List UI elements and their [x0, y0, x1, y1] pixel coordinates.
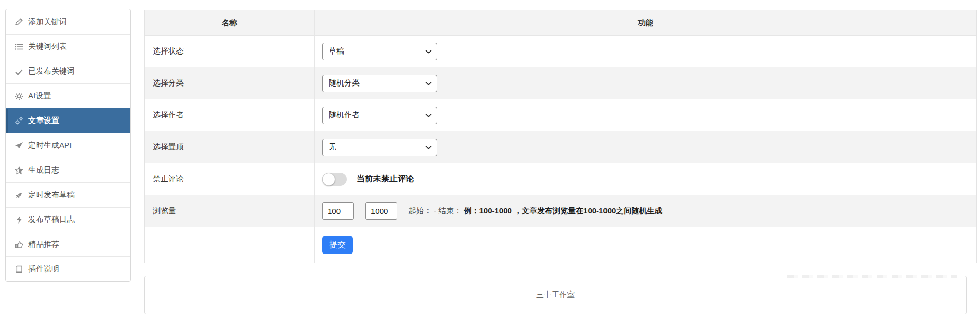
status-select[interactable]: 草稿 [322, 43, 437, 60]
sidebar-item-label: 添加关键词 [28, 17, 67, 27]
sidebar-item-label: 定时发布草稿 [28, 190, 75, 200]
status-select-value: 草稿 [329, 46, 344, 56]
row-submit: 提交 [145, 227, 976, 263]
book-icon [14, 265, 23, 273]
sticky-select[interactable]: 无 [322, 139, 437, 156]
sidebar-item-article-settings[interactable]: 文章设置 [6, 108, 130, 133]
chevron-down-icon [425, 81, 432, 85]
sidebar: 添加关键词 关键词列表 已发布关键词 AI设置 文章设置 [5, 9, 131, 282]
sidebar-item-scheduled-publish-draft[interactable]: 定时发布草稿 [6, 182, 130, 207]
row-sticky: 选择置顶 无 [145, 131, 976, 163]
row-label: 选择作者 [145, 99, 314, 131]
sidebar-item-featured[interactable]: 精品推荐 [6, 232, 130, 256]
sidebar-item-scheduled-api[interactable]: 定时生成API [6, 133, 130, 158]
settings-table: 名称 功能 选择状态 草稿 选择分类 随机分类 [144, 10, 977, 263]
gears-icon [14, 116, 23, 125]
author-select-value: 随机作者 [329, 110, 360, 120]
sidebar-item-label: 生成日志 [28, 165, 59, 175]
disable-comments-toggle[interactable] [322, 173, 347, 186]
bolt-icon [14, 215, 23, 224]
paper-plane-icon [14, 141, 23, 150]
sidebar-item-label: AI设置 [28, 91, 51, 101]
pencil-icon [14, 18, 23, 26]
sidebar-item-keyword-list[interactable]: 关键词列表 [6, 34, 130, 59]
row-views: 浏览量 起始： - 结束： 例：100-1000 ，文章发布浏览量在100-10… [145, 195, 976, 227]
author-select[interactable]: 随机作者 [322, 107, 437, 124]
chevron-down-icon [425, 145, 432, 149]
views-hint-bold: 例：100-1000 ，文章发布浏览量在100-1000之间随机生成 [464, 206, 663, 215]
row-label: 选择分类 [145, 67, 314, 99]
list-icon [14, 42, 23, 51]
check-icon [14, 67, 23, 76]
row-category: 选择分类 随机分类 [145, 67, 976, 99]
sidebar-item-label: 发布草稿日志 [28, 215, 75, 225]
row-label: 选择状态 [145, 36, 314, 67]
row-status: 选择状态 草稿 [145, 35, 976, 67]
main-content: 名称 功能 选择状态 草稿 选择分类 随机分类 [144, 9, 977, 314]
rocket-icon [14, 191, 23, 199]
sidebar-item-plugin-docs[interactable]: 插件说明 [6, 256, 130, 281]
chevron-down-icon [425, 113, 432, 117]
sidebar-item-label: 文章设置 [28, 116, 59, 126]
row-label: 选择置顶 [145, 131, 314, 163]
watermark-ghost [787, 275, 957, 278]
sidebar-item-add-keyword[interactable]: 添加关键词 [6, 9, 130, 34]
category-select-value: 随机分类 [329, 78, 360, 88]
row-label: 禁止评论 [145, 163, 314, 195]
views-hint-plain: 起始： - 结束： [408, 206, 464, 215]
comments-status-text: 当前未禁止评论 [357, 174, 414, 184]
page: 添加关键词 关键词列表 已发布关键词 AI设置 文章设置 [0, 0, 980, 314]
views-end-input[interactable] [365, 202, 397, 220]
sidebar-item-ai-settings[interactable]: AI设置 [6, 83, 130, 108]
views-hint: 起始： - 结束： 例：100-1000 ，文章发布浏览量在100-1000之间… [408, 206, 662, 216]
submit-button[interactable]: 提交 [322, 236, 353, 254]
table-header-row: 名称 功能 [145, 10, 976, 35]
star-icon [14, 166, 23, 175]
views-start-input[interactable] [322, 202, 354, 220]
chevron-down-icon [425, 49, 432, 54]
footer-text: 三十工作室 [536, 290, 575, 300]
sidebar-item-label: 定时生成API [28, 141, 72, 150]
sidebar-item-label: 已发布关键词 [28, 66, 75, 76]
header-name: 名称 [145, 10, 314, 35]
toggle-knob [322, 173, 335, 186]
sticky-select-value: 无 [329, 142, 336, 152]
sidebar-item-generation-log[interactable]: 生成日志 [6, 158, 130, 182]
category-select[interactable]: 随机分类 [322, 75, 437, 92]
header-function: 功能 [314, 10, 976, 35]
row-author: 选择作者 随机作者 [145, 99, 976, 131]
gear-icon [14, 92, 23, 100]
thumbs-up-icon [14, 240, 23, 249]
sidebar-item-label: 关键词列表 [28, 42, 67, 52]
sidebar-item-label: 精品推荐 [28, 240, 59, 249]
footer: 三十工作室 [144, 276, 967, 314]
row-label: 浏览量 [145, 195, 314, 227]
sidebar-item-publish-draft-log[interactable]: 发布草稿日志 [6, 207, 130, 232]
sidebar-item-published-keywords[interactable]: 已发布关键词 [6, 59, 130, 83]
sidebar-item-label: 插件说明 [28, 264, 59, 274]
row-disable-comments: 禁止评论 当前未禁止评论 [145, 163, 976, 195]
